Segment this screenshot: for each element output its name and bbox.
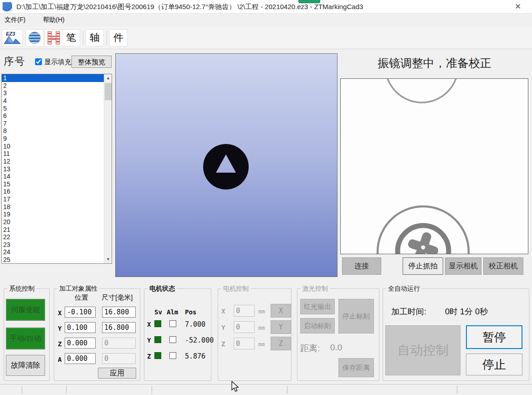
sphere-tool-button[interactable] [26, 29, 44, 46]
list-item[interactable]: 1 [2, 74, 104, 82]
unit-z: mm [258, 341, 265, 348]
list-item[interactable]: 19 [2, 210, 104, 218]
list-item[interactable]: 6 [2, 112, 104, 120]
part-tool-button[interactable]: 件 [109, 29, 128, 46]
list-item[interactable]: 5 [2, 105, 104, 113]
list-scrollbar[interactable]: ▲ ▼ [104, 74, 112, 263]
process-time-label: 加工时间: [391, 306, 426, 317]
motor-status-title: 电机状态 [148, 285, 177, 293]
app-icon [2, 2, 12, 12]
list-item[interactable]: 13 [2, 165, 104, 173]
move-x-input [234, 305, 255, 317]
move-x-button: X [271, 304, 291, 318]
axis-label-z: Z [58, 340, 61, 348]
sequence-list[interactable]: 1 2 3 4 5 6 7 8 9 10 11 12 13 14 15 16 1… [1, 74, 112, 264]
list-item[interactable]: 16 [2, 188, 104, 195]
sequence-title: 序号 [4, 55, 26, 68]
show-camera-button[interactable]: 显示相机 [445, 257, 481, 275]
list-item[interactable]: 24 [2, 248, 104, 256]
list-item[interactable]: 9 [2, 135, 104, 143]
close-button[interactable]: ✕ [512, 1, 524, 12]
size-header: 尺寸[毫米] [102, 293, 133, 302]
object-properties-group: 加工对象属性 位置 尺寸[毫米] X Y Z A 应用 [54, 288, 140, 381]
list-item[interactable]: 15 [2, 180, 104, 188]
window-title: D:\加工\加工\福建万龙\20210416\图号200619（订单9450-1… [16, 3, 363, 11]
list-item[interactable]: 7 [2, 120, 104, 128]
auto-run-title: 全自动运行 [386, 285, 422, 293]
list-item[interactable]: 25 [2, 256, 104, 264]
status-bar [0, 384, 532, 395]
stop-button[interactable]: 停止 [466, 354, 522, 375]
calibrate-camera-button[interactable]: 校正相机 [483, 257, 523, 275]
motor-axis-x: X [147, 321, 151, 328]
list-item[interactable]: 17 [2, 195, 104, 203]
manual-auto-button[interactable]: 手动/自动 [6, 328, 45, 349]
galvo-status-text: 振镜调整中，准备校正 [340, 56, 529, 72]
axis-label-x: X [58, 309, 61, 317]
menu-file[interactable]: 文件(F) [0, 14, 30, 26]
show-fill-label: 显示填充 [44, 58, 72, 67]
position-z-input[interactable] [65, 338, 96, 349]
menu-help[interactable]: 帮助(H) [38, 14, 69, 26]
camera-screw-image [341, 79, 528, 254]
stop-capture-button[interactable]: 停止抓拍 [403, 257, 443, 275]
list-item[interactable]: 18 [2, 203, 104, 211]
overall-preview-button[interactable]: 整体预览 [72, 56, 112, 68]
position-a-input[interactable] [65, 353, 96, 364]
title-bar: D:\加工\加工\福建万龙\20210416\图号200619（订单9450-1… [0, 0, 532, 14]
process-time-value: 0时 1分 0秒 [445, 306, 488, 317]
list-item[interactable]: 2 [2, 82, 104, 90]
scroll-up-icon[interactable]: ▲ [104, 74, 112, 82]
motor-axis-y: Y [147, 337, 151, 344]
laser-control-group: 激光控制 红光输出 启动标刻 停止标刻 距离: 0.0 保存距离 [297, 288, 379, 381]
list-item[interactable]: 4 [2, 97, 104, 105]
scroll-thumb[interactable] [105, 83, 112, 100]
pause-button[interactable]: 暂停 [466, 325, 522, 349]
distance-label: 距离: [300, 343, 320, 354]
red-light-button: 红光输出 [300, 299, 335, 314]
save-distance-button: 保存距离 [338, 358, 374, 377]
motor-status-group: 电机状态 Sv Alm Pos X 7.000 Y -52.000 Z 5.87… [144, 288, 211, 381]
alarm-status-x-checkbox [169, 320, 176, 327]
menu-bar: 文件(F) 帮助(H) [0, 14, 532, 26]
pos-value-y: -52.000 [185, 336, 214, 344]
move-y-button: Y [271, 320, 291, 334]
list-item[interactable]: 10 [2, 143, 104, 150]
size-x-input[interactable] [102, 307, 136, 318]
list-item[interactable]: 12 [2, 158, 104, 165]
size-y-input[interactable] [102, 322, 136, 333]
mouse-cursor [230, 381, 240, 393]
list-item[interactable]: 14 [2, 173, 104, 180]
move-z-button: Z [271, 337, 291, 350]
axis-label-y: Y [58, 325, 61, 332]
list-item[interactable]: 23 [2, 241, 104, 249]
fault-clear-button[interactable]: 故障清除 [6, 355, 45, 376]
ez3-new-button[interactable]: EZ3 [2, 29, 23, 46]
servo-status-z-indicator [154, 352, 161, 359]
drawing-canvas[interactable] [115, 53, 338, 277]
object-properties-title: 加工对象属性 [57, 285, 99, 293]
list-item[interactable]: 3 [2, 89, 104, 97]
list-item[interactable]: 11 [2, 150, 104, 158]
camera-connect-button[interactable]: 连接 [342, 257, 381, 275]
list-item[interactable]: 21 [2, 226, 104, 234]
marking-object-circle-triangle [116, 54, 337, 277]
list-item[interactable]: 20 [2, 218, 104, 226]
scroll-down-icon[interactable]: ▼ [104, 256, 112, 263]
unit-x: mm [258, 308, 265, 315]
list-item[interactable]: 8 [2, 127, 104, 135]
hatch-tool-button[interactable] [45, 29, 63, 46]
list-item[interactable]: 22 [2, 233, 104, 241]
alarm-status-z-checkbox [169, 352, 176, 359]
laser-control-title: 激光控制 [301, 285, 330, 293]
position-x-input[interactable] [65, 307, 96, 318]
statusbar-separator [287, 386, 287, 394]
apply-button[interactable]: 应用 [98, 368, 136, 379]
show-fill-checkbox[interactable] [35, 58, 42, 65]
start-mark-button: 启动标刻 [300, 318, 335, 333]
axis-tool-button[interactable]: 轴 [86, 29, 104, 46]
pen-tool-button[interactable]: 笔 [62, 29, 80, 46]
servo-enable-button[interactable]: 伺服使能 [6, 299, 45, 321]
position-y-input[interactable] [65, 322, 96, 333]
stop-mark-button: 停止标刻 [338, 299, 374, 333]
